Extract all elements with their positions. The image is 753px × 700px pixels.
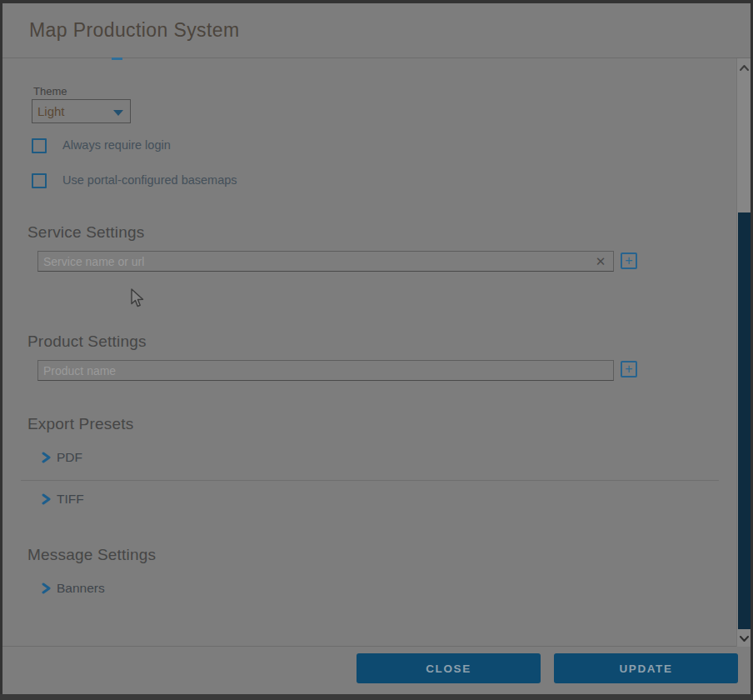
preset-divider <box>21 480 719 481</box>
clear-icon[interactable]: ✕ <box>591 252 610 271</box>
window-border <box>0 0 2 700</box>
page-title: Map Production System <box>29 19 240 42</box>
add-product-button[interactable]: + <box>621 361 637 378</box>
theme-select-value: Light <box>37 104 65 118</box>
service-name-input[interactable] <box>37 251 614 272</box>
service-settings-heading: Service Settings <box>27 223 145 242</box>
scrollbar-thumb[interactable] <box>738 212 751 629</box>
always-require-login-checkbox[interactable] <box>32 138 47 153</box>
expander-banners[interactable]: Banners <box>42 581 105 596</box>
always-require-login-row: Always require login <box>32 138 171 153</box>
window-border <box>0 694 753 700</box>
checkbox-label[interactable]: Use portal-configured basemaps <box>62 173 237 187</box>
expander-label: Banners <box>57 581 105 596</box>
theme-label: Theme <box>33 85 67 98</box>
add-service-button[interactable]: + <box>621 252 637 269</box>
footer-divider <box>0 646 753 647</box>
chevron-right-icon <box>42 582 51 594</box>
portal-basemaps-checkbox[interactable] <box>32 173 47 188</box>
expander-label: PDF <box>57 450 82 465</box>
product-settings-heading: Product Settings <box>27 332 147 351</box>
message-settings-heading: Message Settings <box>27 546 156 564</box>
checkbox-label[interactable]: Always require login <box>62 138 171 152</box>
mouse-cursor <box>131 288 145 308</box>
chevron-right-icon <box>42 493 51 505</box>
scrolled-element-edge <box>112 58 122 60</box>
window-border <box>0 0 753 3</box>
expander-tiff[interactable]: TIFF <box>42 492 84 507</box>
caret-down-icon <box>113 110 123 116</box>
vertical-scrollbar[interactable] <box>736 58 751 647</box>
map-production-system-dialog: Map Production System Theme Light Always… <box>0 0 753 700</box>
close-button[interactable]: CLOSE <box>357 653 541 683</box>
expander-label: TIFF <box>57 492 84 507</box>
product-name-input[interactable] <box>37 360 614 381</box>
chevron-right-icon <box>42 452 51 463</box>
expander-pdf[interactable]: PDF <box>42 450 82 465</box>
update-button[interactable]: UPDATE <box>554 653 738 683</box>
theme-select[interactable]: Light <box>32 99 131 123</box>
scroll-up-icon[interactable] <box>738 61 751 74</box>
scroll-down-icon[interactable] <box>738 632 751 645</box>
portal-basemaps-row: Use portal-configured basemaps <box>32 173 237 188</box>
export-presets-heading: Export Presets <box>27 415 133 433</box>
